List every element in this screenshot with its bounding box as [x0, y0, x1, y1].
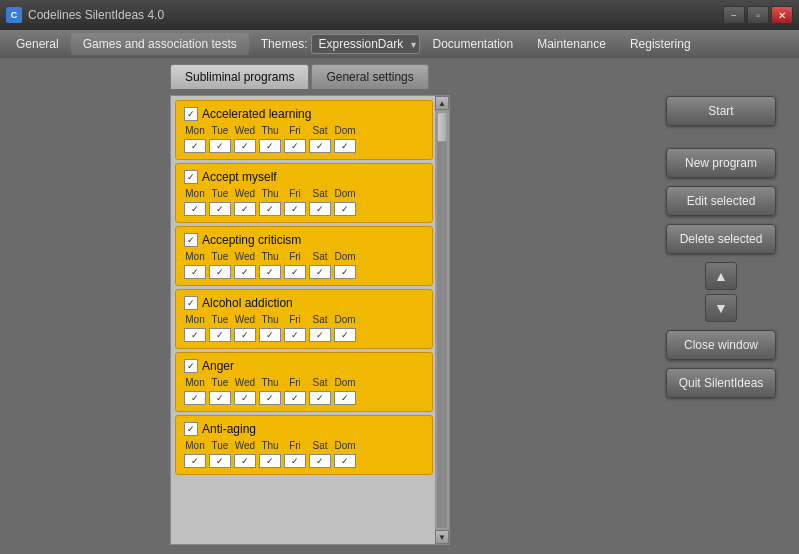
day-label: Mon: [184, 251, 206, 262]
delete-selected-button[interactable]: Delete selected: [666, 224, 776, 254]
program-card[interactable]: ✓AngerMonTueWedThuFriSatDom✓✓✓✓✓✓✓: [175, 352, 433, 412]
program-checkbox[interactable]: ✓: [184, 422, 198, 436]
day-check[interactable]: ✓: [209, 139, 231, 153]
day-check[interactable]: ✓: [309, 391, 331, 405]
day-check[interactable]: ✓: [259, 391, 281, 405]
day-check[interactable]: ✓: [209, 265, 231, 279]
day-check[interactable]: ✓: [284, 139, 306, 153]
day-check[interactable]: ✓: [184, 139, 206, 153]
day-check[interactable]: ✓: [334, 202, 356, 216]
new-program-button[interactable]: New program: [666, 148, 776, 178]
minimize-button[interactable]: −: [723, 6, 745, 24]
day-check[interactable]: ✓: [234, 139, 256, 153]
program-name: Anger: [202, 359, 234, 373]
start-button[interactable]: Start: [666, 96, 776, 126]
left-panel: Subliminal programs General settings ✓Ac…: [0, 58, 639, 554]
day-check[interactable]: ✓: [334, 454, 356, 468]
menu-general[interactable]: General: [4, 33, 71, 55]
day-check[interactable]: ✓: [234, 391, 256, 405]
day-check[interactable]: ✓: [284, 454, 306, 468]
day-label: Tue: [209, 251, 231, 262]
day-check[interactable]: ✓: [259, 328, 281, 342]
move-down-button[interactable]: ▼: [705, 294, 737, 322]
program-card[interactable]: ✓Alcohol addictionMonTueWedThuFriSatDom✓…: [175, 289, 433, 349]
close-window-button[interactable]: Close window: [666, 330, 776, 360]
scroll-down-button[interactable]: ▼: [435, 530, 449, 544]
day-check[interactable]: ✓: [284, 328, 306, 342]
programs-list: ✓Accelerated learningMonTueWedThuFriSatD…: [175, 100, 433, 475]
scrollbar[interactable]: ▲ ▼: [435, 96, 449, 544]
program-title-row: ✓Accept myself: [184, 170, 424, 184]
day-check[interactable]: ✓: [234, 265, 256, 279]
theme-selector[interactable]: ExpressionDark: [311, 34, 420, 54]
day-label: Tue: [209, 440, 231, 451]
day-check[interactable]: ✓: [284, 391, 306, 405]
day-label: Sat: [309, 125, 331, 136]
scroll-thumb[interactable]: [437, 112, 447, 142]
move-up-button[interactable]: ▲: [705, 262, 737, 290]
day-label: Wed: [234, 314, 256, 325]
program-card[interactable]: ✓Accepting criticismMonTueWedThuFriSatDo…: [175, 226, 433, 286]
day-label: Thu: [259, 251, 281, 262]
program-checkbox[interactable]: ✓: [184, 296, 198, 310]
day-check[interactable]: ✓: [334, 391, 356, 405]
day-label: Tue: [209, 188, 231, 199]
day-check[interactable]: ✓: [309, 139, 331, 153]
tab-general-settings[interactable]: General settings: [311, 64, 428, 89]
edit-selected-button[interactable]: Edit selected: [666, 186, 776, 216]
day-check[interactable]: ✓: [209, 328, 231, 342]
day-check[interactable]: ✓: [184, 454, 206, 468]
day-check[interactable]: ✓: [259, 202, 281, 216]
day-check[interactable]: ✓: [234, 328, 256, 342]
day-check[interactable]: ✓: [184, 328, 206, 342]
day-label: Sat: [309, 440, 331, 451]
program-card[interactable]: ✓Anti-agingMonTueWedThuFriSatDom✓✓✓✓✓✓✓: [175, 415, 433, 475]
day-check[interactable]: ✓: [334, 328, 356, 342]
day-check[interactable]: ✓: [259, 454, 281, 468]
day-check[interactable]: ✓: [234, 454, 256, 468]
days-row: MonTueWedThuFriSatDom: [184, 314, 424, 325]
day-check[interactable]: ✓: [309, 265, 331, 279]
day-check[interactable]: ✓: [284, 202, 306, 216]
day-label: Dom: [334, 440, 356, 451]
scroll-up-button[interactable]: ▲: [435, 96, 449, 110]
menu-registering[interactable]: Registering: [618, 33, 703, 55]
day-check[interactable]: ✓: [209, 391, 231, 405]
day-check[interactable]: ✓: [209, 202, 231, 216]
menu-games[interactable]: Games and association tests: [71, 33, 249, 55]
day-check[interactable]: ✓: [259, 265, 281, 279]
program-card[interactable]: ✓Accept myselfMonTueWedThuFriSatDom✓✓✓✓✓…: [175, 163, 433, 223]
day-check[interactable]: ✓: [184, 202, 206, 216]
day-label: Thu: [259, 125, 281, 136]
day-check[interactable]: ✓: [184, 391, 206, 405]
program-card[interactable]: ✓Accelerated learningMonTueWedThuFriSatD…: [175, 100, 433, 160]
day-check[interactable]: ✓: [284, 265, 306, 279]
maximize-button[interactable]: ▫: [747, 6, 769, 24]
close-button[interactable]: ✕: [771, 6, 793, 24]
tab-subliminal[interactable]: Subliminal programs: [170, 64, 309, 89]
day-check[interactable]: ✓: [334, 265, 356, 279]
menu-documentation[interactable]: Documentation: [420, 33, 525, 55]
day-label: Dom: [334, 125, 356, 136]
program-checkbox[interactable]: ✓: [184, 359, 198, 373]
day-check[interactable]: ✓: [309, 202, 331, 216]
day-check[interactable]: ✓: [309, 328, 331, 342]
day-check[interactable]: ✓: [259, 139, 281, 153]
day-label: Wed: [234, 188, 256, 199]
day-check[interactable]: ✓: [234, 202, 256, 216]
program-checkbox[interactable]: ✓: [184, 233, 198, 247]
day-check[interactable]: ✓: [184, 265, 206, 279]
day-check[interactable]: ✓: [209, 454, 231, 468]
days-row: MonTueWedThuFriSatDom: [184, 440, 424, 451]
program-checkbox[interactable]: ✓: [184, 170, 198, 184]
menu-maintenance[interactable]: Maintenance: [525, 33, 618, 55]
day-check[interactable]: ✓: [334, 139, 356, 153]
day-check[interactable]: ✓: [309, 454, 331, 468]
quit-button[interactable]: Quit SilentIdeas: [666, 368, 776, 398]
program-name: Accelerated learning: [202, 107, 311, 121]
program-name: Alcohol addiction: [202, 296, 293, 310]
window-controls: − ▫ ✕: [723, 6, 793, 24]
program-checkbox[interactable]: ✓: [184, 107, 198, 121]
theme-dropdown[interactable]: ExpressionDark: [311, 34, 420, 54]
day-label: Wed: [234, 125, 256, 136]
